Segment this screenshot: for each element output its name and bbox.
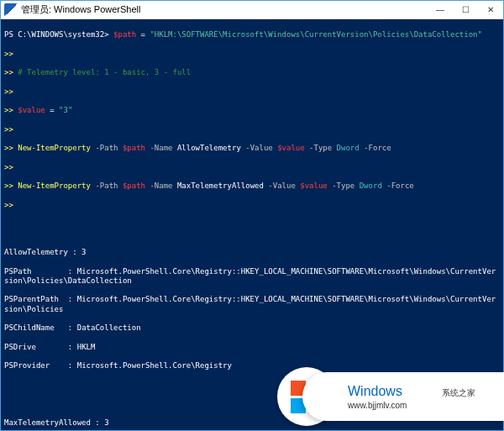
- variable: $value: [18, 106, 45, 114]
- watermark-banner: Windows 系统之家 www.bjjmlv.com: [302, 372, 504, 421]
- titlebar[interactable]: 管理员: Windows PowerShell — ☐ ✕: [1, 1, 503, 19]
- prompt: PS C:\WINDOWS\system32>: [4, 30, 109, 39]
- watermark-subtitle: 系统之家: [442, 388, 475, 397]
- maximize-button[interactable]: ☐: [453, 1, 478, 19]
- cmdlet: New-ItemProperty: [18, 181, 91, 190]
- window-title: 管理员: Windows PowerShell: [21, 3, 428, 16]
- powershell-icon: [4, 3, 18, 17]
- cmdlet: New-ItemProperty: [18, 144, 91, 152]
- comment: # Telemetry level: 1 - basic, 3 - full: [18, 68, 191, 76]
- minimize-button[interactable]: —: [428, 1, 453, 19]
- close-button[interactable]: ✕: [478, 1, 503, 19]
- string-literal: "HKLM:\SOFTWARE\Microsoft\Windows\Curren…: [150, 30, 482, 39]
- output-block-1: AllowTelemetry : 3 PSPath : Microsoft.Po…: [4, 239, 500, 381]
- string-literal: "3": [59, 106, 72, 114]
- window-controls: — ☐ ✕: [428, 1, 503, 19]
- variable: $path: [113, 30, 136, 39]
- watermark-url: www.bjjmlv.com: [348, 401, 475, 410]
- terminal-area[interactable]: PS C:\WINDOWS\system32> $path = "HKLM:\S…: [1, 19, 503, 430]
- powershell-window: 管理员: Windows PowerShell — ☐ ✕ PS C:\WIND…: [0, 0, 504, 431]
- watermark-brand: Windows: [348, 384, 402, 398]
